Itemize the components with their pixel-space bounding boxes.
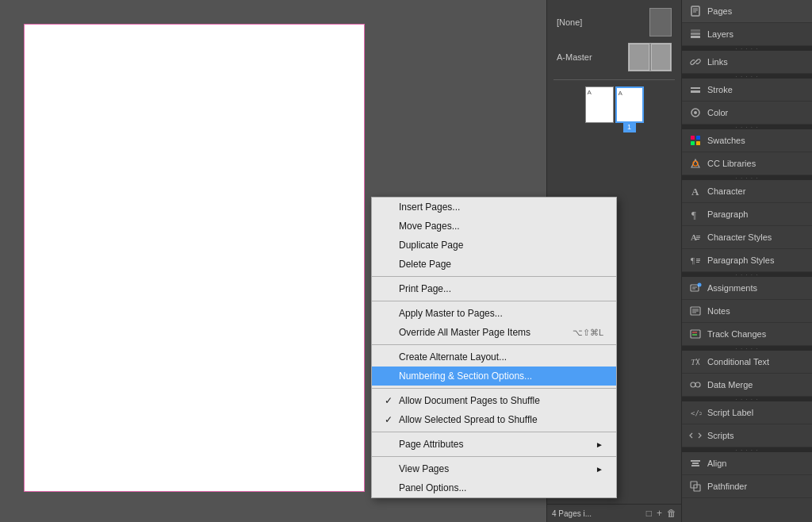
menu-numbering-section-label: Numbering & Section Options... bbox=[399, 370, 603, 382]
panel-label-links: Links bbox=[707, 57, 728, 67]
color-icon bbox=[688, 106, 703, 120]
svg-rect-4 bbox=[691, 36, 700, 38]
character-icon: A bbox=[688, 184, 703, 198]
menu-item-duplicate-page[interactable]: Duplicate Page bbox=[372, 236, 616, 255]
panel-item-stroke[interactable]: Stroke bbox=[682, 79, 812, 102]
panel-label-scripts: Scripts bbox=[707, 431, 734, 440]
panel-item-paragraph-styles[interactable]: ¶ Paragraph Styles bbox=[682, 249, 812, 272]
character-styles-icon: A bbox=[688, 230, 703, 244]
svg-rect-24 bbox=[696, 260, 700, 261]
notes-icon bbox=[688, 304, 703, 318]
menu-page-attributes-arrow: ► bbox=[596, 440, 603, 449]
panel-label-paragraph-styles: Paragraph Styles bbox=[707, 255, 774, 265]
panel-label-conditional-text: Conditional Text bbox=[707, 357, 769, 367]
panel-label-character: Character bbox=[707, 186, 745, 196]
pages-panel-footer: 4 Pages i... □ + 🗑 bbox=[547, 504, 681, 522]
menu-item-view-pages[interactable]: View Pages ► bbox=[372, 459, 616, 478]
svg-rect-8 bbox=[691, 90, 700, 93]
panel-label-character-styles: Character Styles bbox=[707, 232, 772, 242]
panel-label-assignments: Assignments bbox=[707, 283, 757, 293]
svg-rect-35 bbox=[691, 330, 700, 338]
menu-item-allow-spread-shuffle[interactable]: ✓ Allow Selected Spread to Shuffle bbox=[372, 410, 616, 429]
menu-item-insert-pages[interactable]: Insert Pages... bbox=[372, 198, 616, 217]
panel-item-cc-libraries[interactable]: CC Libraries bbox=[682, 152, 812, 175]
svg-rect-6 bbox=[691, 29, 700, 32]
svg-text:¶: ¶ bbox=[691, 209, 696, 221]
menu-print-page-label: Print Page... bbox=[399, 283, 603, 294]
a-master-label: A-Master bbox=[557, 52, 592, 62]
menu-view-pages-label: View Pages bbox=[399, 463, 588, 474]
none-thumb bbox=[649, 8, 672, 36]
panel-label-stroke: Stroke bbox=[707, 85, 733, 94]
a-master-row[interactable]: A-Master bbox=[553, 41, 675, 73]
panel-item-assignments[interactable]: + Assignments bbox=[682, 277, 812, 300]
layers-icon bbox=[688, 27, 703, 41]
svg-point-10 bbox=[694, 111, 697, 114]
app-container: [None] A-Master A bbox=[0, 0, 812, 522]
svg-rect-20 bbox=[696, 237, 700, 238]
none-label: [None] bbox=[557, 17, 582, 27]
panel-label-data-merge: Data Merge bbox=[707, 380, 753, 390]
menu-override-master-shortcut: ⌥⇧⌘L bbox=[573, 328, 603, 338]
svg-text:T: T bbox=[691, 357, 696, 367]
panel-item-scripts[interactable]: Scripts bbox=[682, 424, 812, 447]
canvas-page bbox=[24, 24, 365, 492]
menu-item-override-master[interactable]: Override All Master Page Items ⌥⇧⌘L bbox=[372, 323, 616, 342]
page-thumb-1[interactable]: A bbox=[585, 86, 614, 123]
page-thumb-label-1: A bbox=[588, 89, 592, 96]
menu-item-create-alternate[interactable]: Create Alternate Layout... bbox=[372, 347, 616, 367]
new-page-icon[interactable]: □ bbox=[646, 508, 652, 519]
track-changes-icon bbox=[688, 327, 703, 341]
delete-page-icon[interactable]: 🗑 bbox=[667, 508, 676, 519]
svg-point-42 bbox=[695, 382, 700, 387]
panel-item-notes[interactable]: Notes bbox=[682, 300, 812, 323]
panel-item-data-merge[interactable]: Data Merge bbox=[682, 374, 812, 397]
menu-item-page-attributes[interactable]: Page Attributes ► bbox=[372, 435, 616, 454]
panel-item-layers[interactable]: Layers bbox=[682, 23, 812, 46]
panel-item-pages[interactable]: Pages bbox=[682, 0, 812, 23]
data-merge-icon bbox=[688, 378, 703, 392]
menu-item-apply-master[interactable]: Apply Master to Pages... bbox=[372, 304, 616, 323]
svg-rect-13 bbox=[691, 141, 695, 145]
panel-item-script-label[interactable]: </> Script Label bbox=[682, 401, 812, 424]
context-menu: Insert Pages... Move Pages... Duplicate … bbox=[371, 197, 617, 498]
menu-item-panel-options[interactable]: Panel Options... bbox=[372, 478, 616, 497]
menu-item-print-page[interactable]: Print Page... bbox=[372, 279, 616, 298]
panel-item-color[interactable]: Color bbox=[682, 102, 812, 125]
menu-check-doc-shuffle: ✓ bbox=[385, 395, 397, 406]
panel-item-character[interactable]: A Character bbox=[682, 180, 812, 203]
pages-footer-icons: □ + 🗑 bbox=[646, 508, 676, 519]
panel-item-links[interactable]: Links bbox=[682, 51, 812, 74]
panel-item-swatches[interactable]: Swatches bbox=[682, 129, 812, 152]
menu-item-allow-doc-shuffle[interactable]: ✓ Allow Document Pages to Shuffle bbox=[372, 391, 616, 410]
menu-item-move-pages[interactable]: Move Pages... bbox=[372, 217, 616, 236]
panel-item-paragraph[interactable]: ¶ Paragraph bbox=[682, 203, 812, 226]
page-thumb-2[interactable]: A 1 bbox=[615, 86, 644, 123]
thumb-right bbox=[651, 44, 672, 71]
menu-item-numbering-section[interactable]: Numbering & Section Options... bbox=[372, 367, 616, 386]
svg-rect-44 bbox=[691, 460, 700, 462]
links-icon bbox=[688, 55, 703, 69]
menu-item-delete-page[interactable]: Delete Page bbox=[372, 255, 616, 274]
panel-item-character-styles[interactable]: A Character Styles bbox=[682, 226, 812, 249]
menu-allow-spread-shuffle-label: Allow Selected Spread to Shuffle bbox=[399, 414, 603, 425]
panel-item-pathfinder[interactable]: Pathfinder bbox=[682, 475, 812, 498]
menu-view-pages-arrow: ► bbox=[596, 465, 603, 474]
none-row[interactable]: [None] bbox=[553, 6, 675, 38]
svg-rect-21 bbox=[696, 239, 699, 240]
panel-label-track-changes: Track Changes bbox=[707, 329, 766, 339]
assignments-icon: + bbox=[688, 281, 703, 295]
svg-rect-45 bbox=[692, 463, 699, 464]
menu-panel-options-label: Panel Options... bbox=[399, 482, 603, 493]
menu-duplicate-page-label: Duplicate Page bbox=[399, 240, 603, 251]
menu-allow-doc-shuffle-label: Allow Document Pages to Shuffle bbox=[399, 395, 603, 406]
svg-text:A: A bbox=[691, 186, 699, 198]
panel-item-align[interactable]: Align bbox=[682, 452, 812, 475]
svg-point-41 bbox=[691, 382, 695, 387]
add-page-icon[interactable]: + bbox=[657, 508, 662, 519]
menu-sep-6 bbox=[372, 456, 616, 457]
conditional-text-icon: T bbox=[688, 355, 703, 369]
svg-text:</>: </> bbox=[691, 409, 702, 417]
panel-item-conditional-text[interactable]: T Conditional Text bbox=[682, 351, 812, 374]
panel-item-track-changes[interactable]: Track Changes bbox=[682, 323, 812, 346]
